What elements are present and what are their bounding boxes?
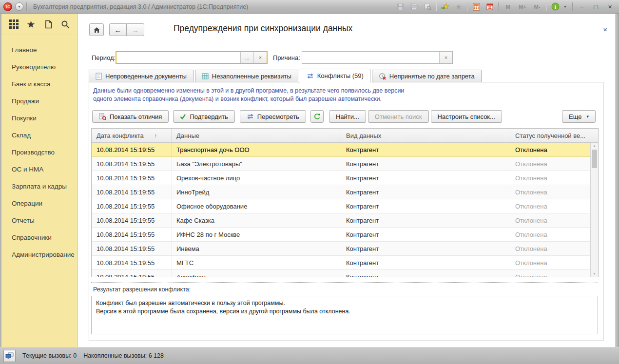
sidebar-item[interactable]: Склад [1,127,77,144]
calendar-icon[interactable]: 31 [484,1,495,12]
cell-status: Отклонена [510,270,591,277]
calculator-icon[interactable] [471,1,482,12]
tab-label: Незаполненные реквизиты [212,73,291,80]
tab-label: Непринятые по дате запрета [389,73,475,80]
sidebar-item[interactable]: Руководителю [1,58,77,76]
conflict-result-box[interactable]: Конфликт был разрешен автоматически в по… [91,296,598,334]
sidebar-item[interactable]: Производство [1,144,77,161]
more-button[interactable]: Еще ▾ [562,110,596,123]
result-label: Результат разрешения конфликта: [93,286,191,293]
memory-recall-icon: M [502,4,514,10]
vertical-scrollbar[interactable]: ▲ ▼ [590,143,598,277]
conflicts-panel: Данные были одновременно изменены в этой… [89,82,603,341]
splitter-handle[interactable] [91,282,598,283]
sidebar-item[interactable]: Администрирование [1,246,77,263]
scroll-down-icon[interactable]: ▼ [591,272,598,275]
refresh-icon [313,113,321,120]
cell-kind: Контрагент [341,199,510,213]
server-calls-button[interactable] [3,350,16,362]
tab-conflicts[interactable]: Конфликты (59) [300,69,370,82]
sidebar-item[interactable]: Отчеты [1,212,77,229]
tab-rejected-by-date[interactable]: Непринятые по дате запрета [372,70,482,82]
configure-list-button[interactable]: Настроить список... [431,110,502,123]
cell-date: 10.08.2014 15:19:55 [92,171,172,185]
info-dropdown-icon[interactable]: ▼ [563,5,569,8]
cell-kind: Контрагент [341,242,510,255]
titlebar-separator [26,2,27,11]
cell-data: Орехов-частное лицо [172,171,341,185]
add-to-favorites-icon[interactable] [440,1,450,12]
table-row[interactable]: 10.08.2014 15:19:55Кафе СказкаКонтрагент… [92,213,598,228]
sidebar-item[interactable]: Главное [1,41,77,58]
refresh-button[interactable] [310,110,324,123]
sidebar-item[interactable]: Банк и касса [1,76,77,93]
table-row[interactable]: 10.08.2014 15:19:55Офисное оборудованиеК… [92,199,598,213]
table-row[interactable]: 10.08.2014 15:19:55Орехов-частное лицоКо… [92,171,598,185]
table-row[interactable]: 10.08.2014 15:19:55ИнвемаКонтрагентОткло… [92,242,598,256]
sidebar-item[interactable]: Продажи [1,93,77,110]
cell-status: Отклонена [510,171,591,185]
scroll-up-icon[interactable]: ▲ [591,144,598,147]
sort-ascending-icon: ↑ [155,133,157,138]
home-button[interactable] [89,23,104,36]
cell-kind: Контрагент [341,185,510,199]
main-menu-dropdown-button[interactable]: ▼ [15,2,23,11]
sidebar-item[interactable]: Справочники [1,229,77,246]
find-button[interactable]: Найти... [329,110,366,123]
cell-date: 10.08.2014 15:19:55 [92,256,172,269]
period-choose-button[interactable]: ... [240,52,253,63]
back-button[interactable]: ← [109,23,127,36]
maximize-button[interactable]: □ [590,1,601,12]
hint-line-1: Данные были одновременно изменены в этой… [93,87,404,95]
period-clear-icon[interactable]: × [253,52,267,63]
sidebar-item[interactable]: ОС и НМА [1,161,77,178]
favorites-star-icon[interactable]: ★ [25,18,38,31]
tab-unposted-documents[interactable]: Непроведенные документы [89,70,193,82]
cell-date: 10.08.2014 15:19:55 [92,228,172,241]
column-header-data[interactable]: Данные [172,129,341,142]
table-row[interactable]: 10.08.2014 15:19:55ИнноТрейдКонтрагентОт… [92,185,598,199]
close-button[interactable]: × [604,1,616,12]
column-header-kind[interactable]: Вид данных [341,129,510,142]
button-label: Найти... [336,113,359,120]
show-differences-button[interactable]: Показать отличия [92,110,169,123]
period-input[interactable] [116,52,240,63]
cell-data: Офисное оборудование [172,199,341,213]
column-header-date[interactable]: Дата конфликта ↑ [92,129,172,142]
sync-icon [247,113,254,120]
sidebar-item[interactable]: Операции [1,195,77,212]
reason-input[interactable] [302,52,439,63]
menu-grid-icon[interactable] [8,18,20,31]
search-icon[interactable] [59,18,72,31]
column-header-status[interactable]: Статус полученной ве... [510,129,591,142]
history-icon[interactable] [42,18,55,31]
table-row[interactable]: 10.08.2014 15:19:55База "Электротовары"К… [92,157,598,171]
table-row[interactable]: 10.08.2014 15:19:55АэрофлотКонтрагентОтк… [92,270,598,277]
confirm-button[interactable]: Подтвердить [173,110,234,123]
cell-kind: Контрагент [341,143,510,156]
cell-data: МГТС [172,256,341,269]
reason-clear-icon[interactable]: × [439,52,452,63]
cell-date: 10.08.2014 15:19:55 [92,270,172,277]
scrollbar-thumb[interactable] [592,150,597,168]
form-close-icon[interactable]: × [603,25,607,34]
button-label: Отменить поиск [375,113,422,120]
table-icon [202,73,209,79]
page-title: Предупреждения при синхронизации данных [174,23,352,34]
table-row[interactable]: 10.08.2014 15:19:55ИФНС 28 по г МосквеКо… [92,228,598,242]
review-button[interactable]: Пересмотреть [240,110,306,123]
history-nav-group: ← → [109,23,144,36]
monitors-icon [5,352,14,360]
info-icon[interactable]: i [550,1,561,12]
cell-data: Кафе Сказка [172,213,341,227]
tab-label: Непроведенные документы [105,73,187,80]
sidebar-item[interactable]: Зарплата и кадры [1,178,77,195]
table-row[interactable]: 10.08.2014 15:19:55Транспортная дочь ООО… [92,143,598,157]
cell-data: База "Электротовары" [172,157,341,171]
minimize-button[interactable]: − [576,1,587,12]
accumulated-calls-text: Накопленные вызовы: 6 128 [83,352,164,359]
cancel-search-button: Отменить поиск [368,110,429,123]
table-row[interactable]: 10.08.2014 15:19:55МГТСКонтрагентОтклоне… [92,256,598,270]
tab-unfilled-attributes[interactable]: Незаполненные реквизиты [195,70,298,82]
sidebar-item[interactable]: Покупки [1,110,77,127]
